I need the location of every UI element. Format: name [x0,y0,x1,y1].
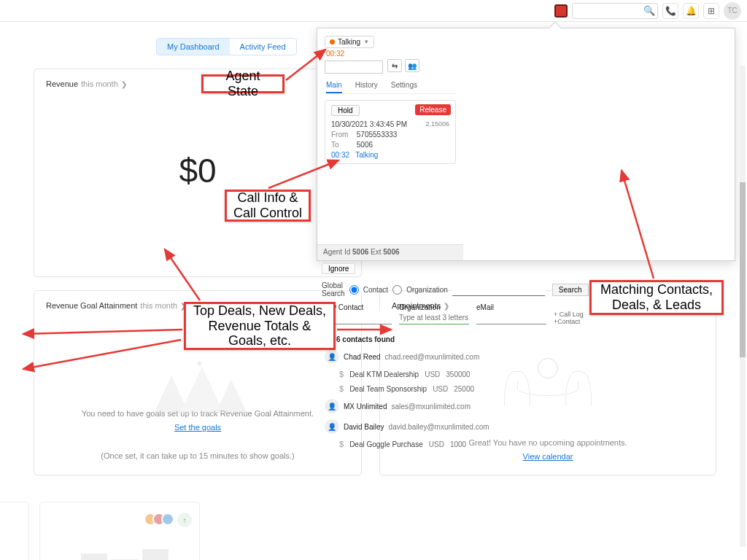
goal-sub: this month [140,301,177,310]
add-call-log-link[interactable]: + Call Log [554,311,584,318]
share-icon[interactable]: ↑ [177,513,192,527]
radio-org-label: Organization [406,286,448,294]
org-input[interactable] [399,311,469,324]
agent-tab-main[interactable]: Main [326,81,342,93]
agent-tab-settings[interactable]: Settings [391,81,417,93]
deal-label: Deal KTM Dealership [349,370,419,378]
ignore-button[interactable]: Ignore [322,263,355,274]
dollar-icon: $ [339,370,344,378]
dollar-icon: $ [339,440,344,448]
radio-org[interactable] [392,285,402,295]
contact-email: david.bailey@mxunlimited.com [389,423,489,431]
contact-row[interactable]: 👤 MX Unlimited sales@mxunlimited.com [325,399,586,413]
deal-label: Deal Team Sponsorship [349,385,427,393]
revenue-panel: Revenue this month ❯ $0 [34,69,362,277]
hold-button[interactable]: Hold [331,105,360,116]
radio-contact[interactable] [349,285,359,295]
agent-tab-history[interactable]: History [355,81,378,93]
contact-email: chad.reed@mxunlimited.com [385,353,480,361]
scrollbar[interactable] [740,66,746,547]
person-icon: 👤 [325,349,339,364]
contact-row[interactable]: 👤 David Bailey david.bailey@mxunlimited.… [325,419,586,434]
active-call-card: Hold Release 10/30/2021 3:43:45 PM 2.150… [325,100,456,164]
revenue-value: $0 [34,151,361,190]
deal-label: Deal Goggle Purchase [349,440,423,448]
global-search-label: Global Search [322,281,345,298]
apps-icon[interactable]: ⊞ [703,3,719,19]
email-field-label: eMail [476,303,546,311]
talk-state: Talking [355,151,378,159]
deal-amount: 25000 [454,385,474,393]
goal-note: (Once set, it can take up to 15 minutes … [34,451,361,460]
agent-state-dropdown[interactable]: Talking ▼ [325,36,374,48]
chevron-right-icon[interactable]: ❯ [121,80,127,88]
from-label: From [331,131,355,139]
phone-icon[interactable]: 📞 [662,3,678,19]
add-contact-link[interactable]: +Contact [554,318,580,325]
contacts-found-header: 6 contacts found [336,335,586,343]
person-icon: 👤 [325,419,339,434]
agent-id-label: Agent Id [323,248,350,256]
anno-matching: Matching Contacts, Deals, & Leads [589,280,724,315]
revenue-sub: this month [81,79,118,88]
search-text-input[interactable] [452,283,545,296]
search-scope-row: Global Search Contact Organization Searc… [322,281,586,298]
contact-name: David Bailey [344,423,384,431]
person-icon: 👤 [325,399,339,413]
contact-name: MX Unlimited [344,402,387,411]
contact-search-panel: Ignore Global Search Contact Organizatio… [317,260,590,492]
deal-row[interactable]: $ Deal Goggle Purchase USD 1000 [339,440,586,448]
group-icon[interactable]: 👥 [405,59,419,72]
from-number: 5705553333 [357,131,398,139]
status-dot-icon [330,39,335,44]
dashboard-tabs: My Dashboard Activity Feed [156,38,297,55]
tab-activity-feed[interactable]: Activity Feed [230,39,296,55]
contact-email: sales@mxunlimited.com [391,402,471,411]
transfer-icon[interactable]: ⇆ [387,59,402,72]
release-button[interactable]: Release [415,104,451,115]
search-button[interactable]: Search [552,284,589,296]
agent-tabs: Main History Settings [326,81,463,93]
user-avatar[interactable]: TC [724,2,741,20]
anno-agent-state: Agent State [201,74,285,93]
to-label: To [331,141,355,149]
call-popover: Talking ▼ 00:32 ⇆ 👥 Main History Setting… [317,28,735,261]
radio-contact-label: Contact [363,286,388,294]
contact-row[interactable]: 👤 Chad Reed chad.reed@mxunlimited.com [325,349,586,364]
org-field-label: Organization [399,303,469,311]
deal-amount: 1000 [450,440,466,448]
avatar-stack [148,513,174,526]
email-input[interactable] [476,311,546,324]
ext-value: 5006 [383,248,399,256]
call-datetime: 10/30/2021 3:43:45 PM [331,120,407,128]
bottom-cards: 284 ↑ [0,502,200,560]
global-search-input[interactable] [572,3,658,19]
deal-amount: 350000 [446,370,470,378]
anno-call-info: Call Info & Call Control [225,190,311,222]
goal-title-text: Revenue Goal Attainment [46,301,137,310]
global-search-wrap: 🔍 [572,3,658,19]
topbar: 🔍 📞 🔔 ⊞ TC [0,0,747,22]
deal-currency: USD [433,385,448,393]
set-goals-link[interactable]: Set the goals [174,423,221,432]
deal-row[interactable]: $ Deal Team Sponsorship USD 25000 [339,384,586,393]
deal-currency: USD [429,440,444,448]
bell-icon[interactable]: 🔔 [683,3,699,19]
mountain-illustration: ★ [154,362,271,413]
agent-id: 5006 [352,248,368,256]
mini-chart [50,546,189,560]
ext-label: Ext [371,248,381,256]
scroll-thumb[interactable] [740,182,746,357]
contact-name: Chad Reed [344,353,381,361]
widget-card: 284 [0,502,29,560]
deal-currency: USD [425,370,440,378]
tab-my-dashboard[interactable]: My Dashboard [157,39,230,55]
call-timer: 00:32 [326,50,463,58]
revenue-title: Revenue this month ❯ [34,69,361,93]
quick-actions: + Call Log +Contact [554,311,586,325]
talk-time: 00:32 [331,151,349,159]
dial-input[interactable] [325,61,383,74]
new-contact-row: New Contact Organization eMail + Call Lo… [322,303,586,325]
deal-row[interactable]: $ Deal KTM Dealership USD 350000 [339,370,586,378]
chart-card: ↑ [39,502,200,560]
